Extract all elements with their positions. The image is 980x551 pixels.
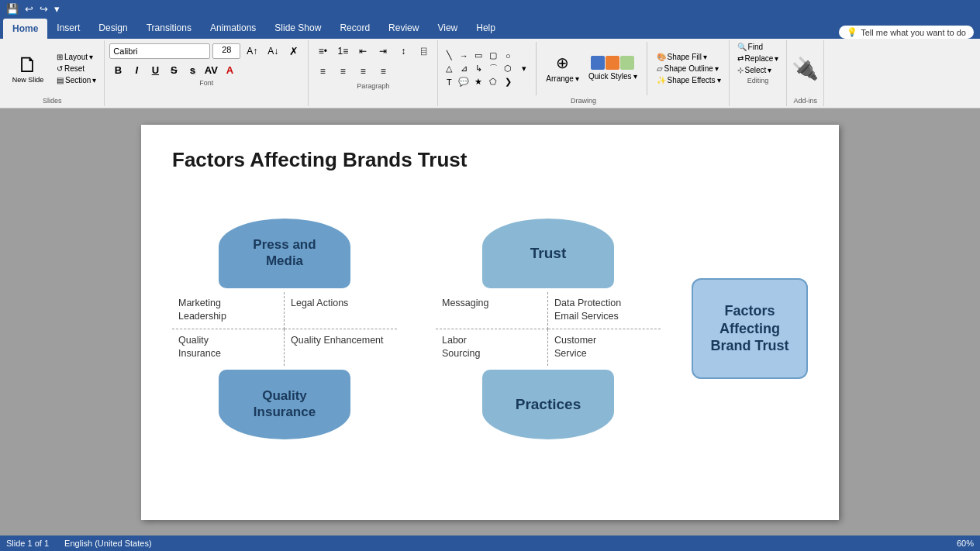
rounded-rect-shape[interactable]: ▢ — [487, 50, 499, 62]
replace-chevron-icon: ▾ — [775, 54, 778, 63]
shape-fill-button[interactable]: 🎨 Shape Fill ▾ — [654, 52, 724, 62]
bent-arrow-shape[interactable]: ↳ — [472, 63, 485, 75]
line-shape[interactable]: ╲ — [443, 50, 455, 62]
rect-shape[interactable]: ▭ — [472, 50, 485, 62]
quality-insurance-shape[interactable]: Quality Insurance — [219, 370, 350, 439]
freeform-shape[interactable]: ⬡ — [502, 63, 514, 75]
tell-me-text: Tell me what you want to do — [861, 28, 966, 37]
chevron-shape[interactable]: ❯ — [502, 76, 514, 88]
replace-icon: ⇄ — [737, 54, 744, 63]
shape-effects-icon: ✨ — [657, 76, 666, 84]
layout-button[interactable]: ⊞ Layout ▾ — [53, 52, 99, 62]
star-shape[interactable]: ★ — [472, 76, 485, 88]
tab-help[interactable]: Help — [467, 17, 505, 39]
undo-icon[interactable]: ↩ — [23, 2, 35, 15]
style3[interactable] — [620, 56, 634, 70]
slides-group: 🗋 New Slide ⊞ Layout ▾ ↺ Reset ▤ Section… — [0, 40, 105, 106]
shape-effects-button[interactable]: ✨ Shape Effects ▾ — [654, 75, 724, 85]
underline-button[interactable]: U — [147, 62, 164, 77]
quality-insurance-label: Quality Insurance — [254, 388, 316, 420]
paragraph-group: ≡• 1≡ ⇤ ⇥ ↕ ⌸ ≡ ≡ ≡ ≡ Paragraph — [309, 40, 438, 106]
shape-format-controls: 🎨 Shape Fill ▾ ▱ Shape Outline ▾ ✨ Shape… — [654, 52, 724, 85]
diagram: Press and Media Marketing Leadership Leg… — [172, 219, 808, 439]
press-media-shape[interactable]: Press and Media — [219, 219, 350, 288]
customize-icon[interactable]: ▾ — [53, 2, 61, 15]
slide[interactable]: Factors Affecting Brands Trust Press and… — [141, 125, 839, 520]
clear-format-button[interactable]: ✗ — [285, 42, 303, 60]
trust-shape[interactable]: Trust — [482, 219, 614, 288]
textbox-shape[interactable]: T — [443, 76, 455, 88]
pentagon-shape[interactable]: ⬠ — [487, 76, 499, 88]
redo-icon[interactable]: ↪ — [38, 2, 50, 15]
tab-review[interactable]: Review — [379, 17, 428, 39]
new-slide-button[interactable]: 🗋 New Slide — [5, 53, 51, 85]
triangle-shape[interactable]: △ — [443, 63, 455, 75]
slides-controls: 🗋 New Slide ⊞ Layout ▾ ↺ Reset ▤ Section… — [5, 42, 99, 95]
font-size-box[interactable]: 28 — [212, 43, 240, 59]
font-row2: B I U S s AV A — [109, 62, 303, 77]
tab-design[interactable]: Design — [89, 17, 136, 39]
curve-shape[interactable]: ⌒ — [487, 63, 499, 75]
factors-shape[interactable]: Factors Affecting Brand Trust — [692, 278, 808, 379]
rangle-shape[interactable]: ⊿ — [457, 63, 470, 75]
align-left-button[interactable]: ≡ — [313, 62, 332, 81]
language-info: English (United States) — [64, 539, 152, 548]
arrange-chevron-icon: ▾ — [575, 74, 579, 83]
reset-button[interactable]: ↺ Reset — [53, 64, 99, 74]
font-name-box[interactable]: Calibri — [109, 43, 210, 59]
increase-indent-button[interactable]: ⇥ — [374, 42, 392, 60]
decrease-indent-button[interactable]: ⇤ — [354, 42, 372, 60]
shapes-expand-button[interactable]: ▾ — [519, 50, 530, 88]
editing-group: 🔍 Find ⇄ Replace ▾ ⊹ Select ▾ Editing — [730, 40, 788, 106]
slide-title[interactable]: Factors Affecting Brands Trust — [172, 148, 808, 172]
practices-shape[interactable]: Practices — [482, 370, 614, 439]
tab-record[interactable]: Record — [330, 17, 379, 39]
arrow-shape[interactable]: → — [457, 50, 470, 62]
quick-styles-button[interactable]: Quick Styles ▾ — [585, 71, 640, 81]
tab-view[interactable]: View — [428, 17, 467, 39]
charspacing-button[interactable]: AV — [202, 62, 219, 77]
fontcolor-button[interactable]: A — [221, 62, 238, 77]
para-row2: ≡ ≡ ≡ ≡ — [313, 62, 433, 81]
add-column-button[interactable]: ⌸ — [414, 42, 433, 60]
select-button[interactable]: ⊹ Select ▾ — [734, 65, 782, 75]
align-right-button[interactable]: ≡ — [354, 62, 372, 81]
align-center-button[interactable]: ≡ — [333, 62, 352, 81]
italic-button[interactable]: I — [128, 62, 145, 77]
save-icon[interactable]: 💾 — [5, 2, 20, 15]
style1[interactable] — [591, 56, 605, 70]
trust-label: Trust — [530, 245, 566, 262]
tab-slideshow[interactable]: Slide Show — [265, 17, 330, 39]
shape-outline-icon: ▱ — [657, 64, 663, 73]
shapes-grid: ╲ → ▭ ▢ ○ △ ⊿ ↳ ⌒ ⬡ T 💬 ★ ⬠ ❯ — [443, 50, 516, 88]
arrange-icon: ⊕ — [556, 53, 569, 72]
find-button[interactable]: 🔍 Find — [734, 42, 782, 52]
tab-transitions[interactable]: Transitions — [137, 17, 201, 39]
decrease-font-button[interactable]: A↓ — [264, 42, 282, 60]
justify-button[interactable]: ≡ — [374, 62, 392, 81]
bullets-button[interactable]: ≡• — [313, 42, 332, 60]
quality-enh-cell: Quality Enhancement — [285, 329, 397, 366]
tab-home[interactable]: Home — [3, 19, 47, 39]
style2[interactable] — [606, 56, 619, 70]
legal-cell: Legal Actions — [285, 292, 397, 329]
oval-shape[interactable]: ○ — [502, 50, 514, 62]
tab-animations[interactable]: Animations — [201, 17, 265, 39]
outline-chevron-icon: ▾ — [715, 64, 719, 73]
shape-outline-button[interactable]: ▱ Shape Outline ▾ — [654, 64, 724, 74]
increase-font-button[interactable]: A↑ — [243, 42, 261, 60]
line-spacing-button[interactable]: ↕ — [394, 42, 412, 60]
replace-button[interactable]: ⇄ Replace ▾ — [734, 53, 782, 64]
left-section: Press and Media Marketing Leadership Leg… — [172, 219, 397, 439]
arrange-button[interactable]: Arrange ▾ — [543, 74, 582, 84]
callout-shape[interactable]: 💬 — [457, 76, 470, 88]
bold-button[interactable]: B — [109, 62, 126, 77]
tell-me-input[interactable]: 💡 Tell me what you want to do — [839, 26, 974, 39]
numbering-button[interactable]: 1≡ — [333, 42, 352, 60]
labor-cell: Labor Sourcing — [436, 329, 548, 366]
tab-insert[interactable]: Insert — [47, 17, 89, 39]
strikethrough-button[interactable]: S — [165, 62, 182, 77]
shadow-button[interactable]: s — [184, 62, 201, 77]
section-button[interactable]: ▤ Section ▾ — [53, 75, 99, 85]
messaging-cell: Messaging — [436, 292, 548, 329]
